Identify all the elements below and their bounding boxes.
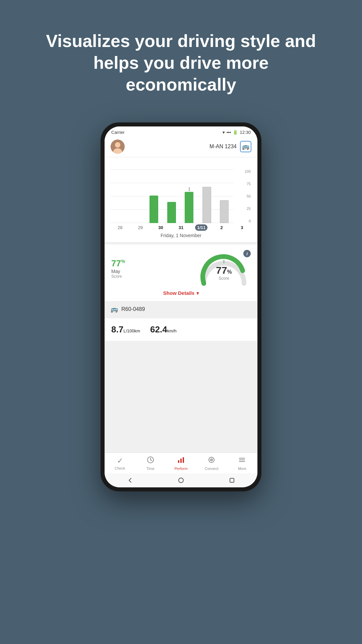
nav-perform-label: Perform (174, 467, 187, 471)
stat-speed-value: 62.4km/h (150, 324, 177, 335)
bus-row-icon: 🚌 (111, 306, 118, 313)
bottom-nav: ✓ Check Time (105, 452, 257, 473)
android-nav (105, 473, 257, 487)
bus-icon[interactable]: 🚌 (240, 141, 251, 152)
y-label-50: 50 (245, 194, 251, 198)
bar-31[interactable] (163, 202, 181, 223)
chart-divider (105, 242, 257, 243)
time-icon (147, 456, 154, 466)
vehicle-plate: M-AN 1234 (209, 144, 237, 150)
home-button[interactable] (177, 477, 185, 484)
phone-frame: Carrier ▾ ▪▪▪ 🔋 12:30 M-AN 12 (101, 122, 261, 491)
score-left: 77% May Score (111, 258, 125, 279)
score-card: i 77% May Score (105, 245, 257, 301)
nav-time[interactable]: Time (135, 456, 166, 471)
svg-point-16 (179, 478, 183, 483)
x-label-29[interactable]: 29 (130, 225, 151, 230)
battery-icon: 🔋 (233, 130, 238, 135)
chevron-down-icon: ▾ (196, 290, 199, 296)
chart-date: Friday, 1 November (110, 230, 252, 239)
score-percent: 77% (111, 258, 125, 269)
perform-icon (177, 456, 185, 466)
gauge-label: Score (216, 276, 232, 281)
score-month: May (111, 269, 120, 274)
x-label-28[interactable]: 28 (110, 225, 130, 230)
gridline-100 (110, 169, 233, 170)
x-label-1-11[interactable]: 1/11 (191, 225, 212, 230)
x-label-31[interactable]: 31 (171, 225, 191, 230)
y-label-25: 25 (245, 207, 251, 211)
bar-1-11[interactable] (180, 187, 198, 223)
signal-icon: ▪▪▪ (227, 130, 231, 135)
time-text: 12:30 (240, 130, 251, 135)
back-button[interactable] (126, 477, 134, 484)
chart-bars (110, 173, 233, 223)
svg-rect-7 (178, 460, 179, 463)
nav-time-label: Time (146, 467, 155, 471)
connect-icon (208, 456, 215, 466)
status-bar: Carrier ▾ ▪▪▪ 🔋 12:30 (105, 126, 257, 137)
vehicle-row-id: R60-0489 (121, 306, 145, 312)
chart-area: 100 75 50 25 0 28 29 30 31 1/11 2 3 Frid… (105, 157, 257, 242)
chart-y-axis: 100 75 50 25 0 (243, 169, 252, 223)
nav-perform[interactable]: Perform (166, 456, 196, 471)
svg-line-6 (150, 460, 152, 461)
phone-screen: Carrier ▾ ▪▪▪ 🔋 12:30 M-AN 12 (105, 126, 257, 487)
nav-connect-label: Connect (205, 467, 219, 471)
avatar[interactable] (111, 140, 125, 154)
check-icon: ✓ (117, 457, 123, 465)
hero-text: Visualizes your driving style and helps … (44, 30, 318, 96)
chart-container: 100 75 50 25 0 (110, 163, 252, 223)
bar-3[interactable] (216, 200, 233, 223)
bar-2[interactable] (198, 187, 216, 223)
vehicle-row: 🚌 R60-0489 (105, 302, 257, 317)
show-details-label: Show Details (163, 290, 194, 296)
stat-speed: 62.4km/h (150, 324, 177, 335)
spacer (105, 341, 257, 452)
nav-more[interactable]: More (227, 456, 257, 471)
nav-connect[interactable]: Connect (196, 456, 227, 471)
more-icon (238, 456, 246, 466)
x-label-3[interactable]: 3 (232, 225, 252, 230)
nav-more-label: More (238, 467, 246, 471)
x-label-30[interactable]: 30 (150, 225, 171, 230)
wifi-icon: ▾ (223, 130, 225, 135)
chart-bars-container (110, 169, 243, 223)
gauge-center-text: 77% Score (216, 265, 232, 281)
svg-rect-9 (183, 457, 184, 463)
stat-speed-unit: km/h (167, 328, 177, 333)
svg-point-12 (211, 460, 212, 460)
nav-check[interactable]: ✓ Check (105, 457, 135, 470)
gauge-number: 77% (216, 265, 232, 276)
y-label-0: 0 (245, 219, 251, 223)
stats-card: 8.7L/100km 62.4km/h (105, 318, 257, 341)
status-icons: ▾ ▪▪▪ 🔋 12:30 (223, 130, 251, 135)
stat-fuel-value: 8.7L/100km (111, 324, 140, 335)
bar-30[interactable] (145, 196, 163, 223)
nav-check-label: Check (115, 466, 125, 470)
svg-rect-8 (180, 459, 182, 463)
app-header: M-AN 1234 🚌 (105, 137, 257, 157)
bar-indicator (189, 187, 190, 191)
y-label-75: 75 (245, 182, 251, 186)
show-details-button[interactable]: Show Details ▾ (111, 290, 251, 296)
vehicle-info: M-AN 1234 🚌 (209, 141, 251, 152)
svg-point-1 (115, 142, 120, 148)
stat-fuel-unit: L/100km (123, 328, 140, 333)
svg-rect-17 (230, 478, 234, 482)
gauge: 77% Score (197, 250, 251, 287)
recents-button[interactable] (228, 477, 236, 484)
score-content: i 77% May Score (111, 250, 251, 287)
score-word: Score (111, 274, 122, 279)
stat-fuel: 8.7L/100km (111, 324, 140, 335)
y-label-100: 100 (245, 169, 251, 173)
x-label-2[interactable]: 2 (212, 225, 232, 230)
carrier-text: Carrier (111, 130, 125, 135)
chart-x-labels: 28 29 30 31 1/11 2 3 (110, 223, 252, 230)
